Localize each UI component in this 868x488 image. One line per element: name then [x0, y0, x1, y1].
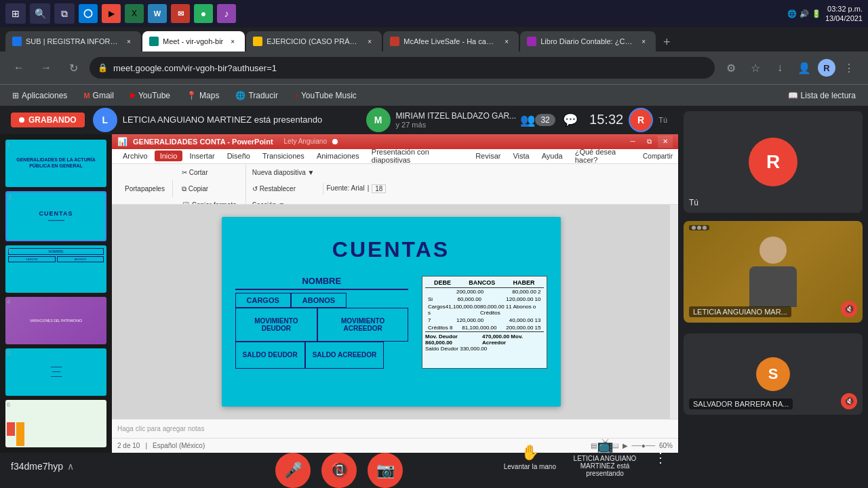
- ppt-icon: 📊: [117, 137, 127, 146]
- back-button[interactable]: ←: [8, 57, 30, 79]
- meet-container: GRABANDO L LETICIA ANGUIANO MARTINEZ est…: [0, 106, 678, 488]
- taskbar-excel[interactable]: X: [125, 4, 144, 23]
- raise-hand-section[interactable]: ✋ Levantar la mano: [504, 444, 556, 470]
- forward-button[interactable]: →: [35, 57, 57, 79]
- maps-icon: 📍: [186, 91, 197, 100]
- cuenta-movimientos: MOVIMIENTO DEUDOR MOVIMIENTO ACREEDOR: [235, 308, 409, 342]
- tool-portapapeles[interactable]: Portapapeles: [121, 182, 168, 197]
- ppt-notes-area[interactable]: Haga clic para agregar notas: [112, 419, 678, 438]
- slide-thumb-2[interactable]: 2 CUENTAS ━━━━━━━━: [5, 191, 106, 241]
- refresh-button[interactable]: ↻: [62, 57, 84, 79]
- ppt-restore-btn[interactable]: ⧉: [642, 136, 656, 148]
- expand-icon[interactable]: ∧: [67, 461, 74, 472]
- cuenta-saldos: SALDO DEUDOR SALDO ACREEDOR: [235, 342, 409, 369]
- menu-search[interactable]: ¿Qué desea hacer?: [570, 146, 642, 165]
- slide-thumb-5[interactable]: 5 ━━━━━━━━━━━━━━━━━━━━━━: [5, 348, 106, 396]
- raise-hand-label: Levantar la mano: [504, 463, 556, 470]
- menu-presentacion[interactable]: Presentación con diapositivas: [366, 146, 469, 165]
- slide-thumb-4[interactable]: 4 VARIACIONES DEL PATRIMONIO: [5, 297, 106, 344]
- address-bar[interactable]: 🔒 meet.google.com/vir-vgoh-bir?authuser=…: [90, 57, 715, 79]
- tab-close-2[interactable]: ×: [227, 36, 238, 47]
- tool-seccion[interactable]: Sección ▼: [249, 198, 318, 205]
- presenting-section: 📺 LETICIA ANGUIANO MARTINEZ está present…: [564, 437, 646, 477]
- lock-icon: 🔒: [98, 63, 108, 73]
- bookmark-gmail[interactable]: M Gmail: [79, 89, 118, 102]
- bookmark-maps[interactable]: 📍 Maps: [182, 89, 223, 102]
- tab-sub-registra[interactable]: SUB | REGISTRA INFORMACI... ×: [5, 31, 141, 52]
- bookmark-youtube-music[interactable]: ♪ YouTube Music: [290, 89, 361, 102]
- mute-button[interactable]: 🎤: [275, 453, 311, 488]
- taskbar-word[interactable]: W: [148, 4, 167, 23]
- tab-ejercicio[interactable]: EJERCICIO (CASO PRÁCTICO) ×: [246, 31, 382, 52]
- slide-thumb-1[interactable]: 1 GENERALIDADES DE LA ACTURÍA PÚBLICA EN…: [5, 140, 106, 187]
- bookmark-lista-lectura[interactable]: 📖 Lista de lectura: [784, 89, 860, 102]
- menu-button[interactable]: ⋮: [838, 57, 860, 79]
- new-tab-button[interactable]: +: [657, 33, 676, 52]
- ppt-scrollbar[interactable]: [670, 205, 678, 419]
- bookmark-youtube[interactable]: ▶ YouTube: [126, 89, 174, 102]
- ppt-window-title: GENERALIDADES CONTA - PowerPoint: [133, 138, 273, 146]
- ppt-toolbar: Portapapeles ✂ Cortar ⧉ Copiar 📋 Copiar …: [112, 164, 678, 205]
- t-row-4: 7 120,000.00 40,000.00 13: [425, 317, 543, 324]
- microphone-muted-icon: 🎤: [284, 462, 302, 479]
- taskbar-edge[interactable]: [79, 4, 98, 23]
- ppt-close-btn[interactable]: ✕: [658, 136, 673, 148]
- ppt-minimize-btn[interactable]: ─: [625, 136, 640, 148]
- taskbar-chrome[interactable]: ●: [194, 4, 213, 23]
- profile-button[interactable]: R: [818, 59, 835, 77]
- end-call-button[interactable]: 📵: [321, 453, 357, 488]
- menu-diseno[interactable]: Diseño: [222, 150, 256, 161]
- cuenta-structure-table: NOMBRE CARGOS ABONOS MOVIMIENTO DEUDOR M…: [235, 276, 409, 369]
- camera-button[interactable]: 📷: [368, 453, 403, 488]
- menu-animaciones[interactable]: Animaciones: [311, 150, 365, 161]
- share-button[interactable]: Compartir: [643, 152, 673, 160]
- menu-vista[interactable]: Vista: [507, 150, 534, 161]
- bookmark-aplicaciones[interactable]: ⊞ Aplicaciones: [8, 89, 71, 102]
- presenter-name: LETICIA ANGUIANO MARTINEZ está presentan…: [123, 115, 323, 125]
- tab-close-4[interactable]: ×: [501, 36, 512, 47]
- tool-cortar[interactable]: ✂ Cortar: [178, 165, 240, 180]
- font-size-control[interactable]: 18: [372, 184, 386, 193]
- you-avatar: R: [749, 138, 797, 186]
- taskbar-music[interactable]: ♪: [217, 4, 236, 23]
- tool-restablecer[interactable]: ↺ Restablecer: [249, 182, 318, 197]
- taskbar-youtube[interactable]: ▶: [102, 4, 121, 23]
- meet-right-buttons: ✋ Levantar la mano 📺 LETICIA ANGUIANO MA…: [504, 437, 667, 477]
- participants-button[interactable]: 👥 32: [524, 106, 551, 134]
- tool-pegar[interactable]: 📋 Copiar formato: [178, 198, 240, 205]
- tool-copiar[interactable]: ⧉ Copiar: [178, 182, 240, 197]
- menu-revisar[interactable]: Revisar: [470, 150, 506, 161]
- options-dot-2: [697, 226, 701, 230]
- taskbar-outlook[interactable]: ✉: [171, 4, 190, 23]
- menu-archivo[interactable]: Archivo: [117, 150, 153, 161]
- reading-list-icon: 📖: [788, 91, 798, 100]
- start-button[interactable]: ⊞: [5, 3, 26, 24]
- account-icon[interactable]: 👤: [793, 57, 815, 79]
- menu-transiciones[interactable]: Transiciones: [257, 150, 310, 161]
- meet-code: f34dme7hyp ∧: [11, 461, 74, 472]
- clock: 03:32 p.m. 13/04/2021: [825, 4, 863, 24]
- tab-close-5[interactable]: ×: [638, 36, 649, 47]
- tab-close-1[interactable]: ×: [123, 36, 134, 47]
- tab-mcafee[interactable]: McAfee LiveSafe - Ha caduc... ×: [383, 31, 519, 52]
- menu-insertar[interactable]: Insertar: [184, 150, 220, 161]
- more-options-button[interactable]: ⋮: [654, 449, 667, 466]
- bookmark-traducir[interactable]: 🌐 Traducir: [231, 89, 282, 102]
- menu-ayuda[interactable]: Ayuda: [536, 150, 568, 161]
- menu-inicio[interactable]: Inicio: [155, 150, 183, 161]
- downloads-icon[interactable]: ↓: [769, 57, 791, 79]
- extensions-button[interactable]: ⚙: [720, 57, 742, 79]
- tool-nueva-diapositiva[interactable]: Nueva diapositiva ▼: [249, 165, 318, 180]
- slide-thumb-3[interactable]: 3 NOMBRE CARGOS ABONOS: [5, 245, 106, 293]
- slide-thumb-6[interactable]: 6: [5, 400, 106, 447]
- salvador-video-tile: S 🔇 SALVADOR BARRERA RA...: [684, 333, 863, 415]
- tab-libro[interactable]: Libro Diario Contable: ¿Cóm... ×: [520, 31, 656, 52]
- tab-favicon-mcafee: [390, 37, 399, 46]
- participant-name: MIRIAM ITZEL BALDAZO GAR...: [396, 111, 517, 121]
- chat-button[interactable]: 💬: [557, 106, 584, 134]
- search-button[interactable]: 🔍: [30, 3, 50, 24]
- tab-close-3[interactable]: ×: [364, 36, 375, 47]
- task-view-button[interactable]: ⧉: [54, 3, 75, 24]
- tab-meet[interactable]: Meet - vir-vgoh-bir ×: [142, 31, 245, 52]
- bookmarks-button[interactable]: ☆: [745, 57, 766, 79]
